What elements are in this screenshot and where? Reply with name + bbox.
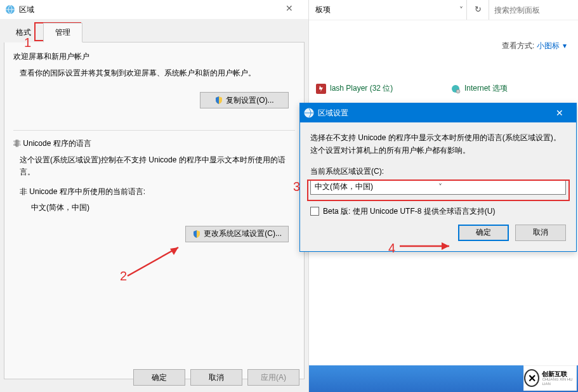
button-label: 复制设置(O)... (226, 95, 273, 106)
ok-button[interactable]: 确定 (133, 369, 185, 386)
modal-title: 区域设置 (318, 108, 547, 119)
utf8-checkbox-row[interactable]: Beta 版: 使用 Unicode UTF-8 提供全球语言支持(U) (310, 206, 566, 217)
cancel-button[interactable]: 取消 (190, 369, 242, 386)
search-input[interactable] (489, 0, 578, 20)
region-settings-modal: 区域设置 ✕ 选择在不支持 Unicode 的程序中显示文本时所使用的语言(系统… (299, 103, 577, 252)
globe-gear-icon (450, 84, 461, 94)
welcome-section-title: 欢迎屏幕和新用户帐户 (13, 51, 295, 62)
modal-description: 选择在不支持 Unicode 的程序中显示文本时所使用的语言(系统区域设置)。这… (310, 131, 566, 157)
locale-select[interactable]: 中文(简体，中国) ˅ (310, 180, 566, 195)
close-icon[interactable]: ✕ (547, 108, 572, 118)
view-mode-line: 查看方式: 小图标 ▾ (502, 41, 567, 51)
welcome-section-text: 查看你的国际设置并将其复制到欢迎屏幕、系统帐户和新的用户帐户。 (20, 67, 289, 79)
chevron-down-icon[interactable]: ▾ (563, 41, 567, 50)
chevron-down-icon: ˅ (438, 183, 562, 192)
close-icon[interactable]: ✕ (275, 0, 303, 19)
region-title: 区域 (19, 4, 275, 15)
address-bar[interactable]: 板项 (309, 4, 456, 15)
checkbox-label: Beta 版: 使用 Unicode UTF-8 提供全球语言支持(U) (323, 206, 495, 217)
current-lang-value: 中文(简体，中国) (31, 202, 289, 213)
view-value-link[interactable]: 小图标 (537, 41, 560, 50)
nonunicode-section-text: 这个设置(系统区域设置)控制在不支持 Unicode 的程序中显示文本时所使用的… (20, 154, 289, 178)
cp-item-label: lash Player (32 位) (330, 83, 393, 94)
refresh-icon[interactable]: ↻ (466, 0, 489, 20)
apply-button[interactable]: 应用(A) (247, 369, 299, 386)
change-locale-button[interactable]: 更改系统区域设置(C)... (185, 226, 289, 242)
control-panel-toolbar: 板项 ˅ ↻ (309, 0, 578, 20)
locale-select-label: 当前系统区域设置(C): (310, 166, 566, 177)
locale-select-value: 中文(简体，中国) (315, 181, 438, 192)
button-label: 更改系统区域设置(C)... (204, 228, 282, 239)
modal-ok-button[interactable]: 确定 (458, 225, 509, 241)
logo-en: CHUANG XIN HU LIAN (542, 377, 576, 386)
shield-icon (192, 230, 201, 238)
shield-icon (214, 96, 223, 105)
region-titlebar: 区域 ✕ (0, 0, 308, 19)
svg-point-2 (456, 89, 460, 93)
globe-icon (304, 108, 314, 118)
divider (13, 130, 295, 131)
nonunicode-section-title: 非 Unicode 程序的语言 (13, 138, 295, 149)
cp-item-flash[interactable]: lash Player (32 位) (316, 83, 393, 94)
cp-item-label: Internet 选项 (464, 83, 508, 94)
modal-buttons: 确定 取消 (310, 225, 566, 241)
cp-item-internet[interactable]: Internet 选项 (450, 83, 508, 94)
region-dialog: 区域 ✕ 格式 管理 欢迎屏幕和新用户帐户 查看你的国际设置并将其复制到欢迎屏幕… (0, 0, 309, 392)
modal-cancel-button[interactable]: 取消 (515, 225, 566, 241)
logo-cn: 创新互联 (542, 370, 576, 377)
flash-icon (316, 84, 326, 94)
copy-settings-button[interactable]: 复制设置(O)... (200, 92, 289, 108)
tab-manage[interactable]: 管理 (43, 23, 82, 42)
dialog-buttons: 确定 取消 应用(A) (133, 369, 299, 386)
tab-content: 欢迎屏幕和新用户帐户 查看你的国际设置并将其复制到欢迎屏幕、系统帐户和新的用户帐… (4, 42, 305, 379)
address-text: 板项 (315, 4, 331, 15)
address-dropdown-icon[interactable]: ˅ (456, 6, 466, 15)
globe-icon (5, 4, 15, 15)
logo-mark: ✕ (524, 369, 539, 387)
current-lang-label: 非 Unicode 程序中所使用的当前语言: (20, 186, 289, 197)
modal-titlebar: 区域设置 ✕ (300, 103, 576, 122)
checkbox-icon[interactable] (310, 207, 319, 216)
tab-format[interactable]: 格式 (4, 23, 43, 42)
tabs: 格式 管理 (4, 23, 305, 42)
brand-logo: ✕ 创新互联 CHUANG XIN HU LIAN (523, 365, 577, 391)
view-label: 查看方式: (502, 41, 534, 50)
